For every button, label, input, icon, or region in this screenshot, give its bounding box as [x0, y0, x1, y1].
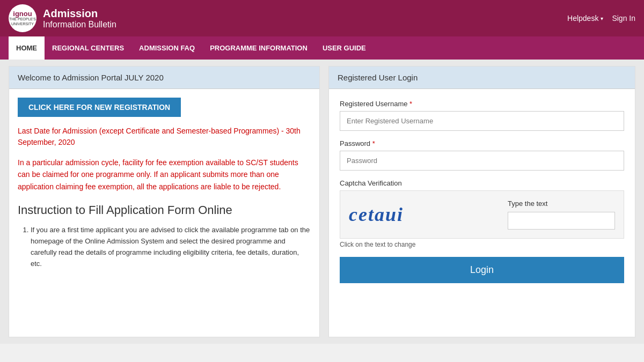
- logo-text: ignou: [9, 10, 36, 17]
- page-header: ignou THE PEOPLE'S UNIVERSITY Admission …: [0, 0, 644, 36]
- captcha-type-label: Type the text: [508, 200, 547, 208]
- header-left: ignou THE PEOPLE'S UNIVERSITY Admission …: [9, 4, 116, 32]
- nav-item-home[interactable]: HOME: [9, 36, 45, 60]
- fee-exemption-text: In a particular admission cycle, facilit…: [18, 157, 311, 193]
- password-group: Password *: [340, 139, 624, 171]
- password-input[interactable]: [340, 151, 624, 171]
- new-registration-button[interactable]: CLICK HERE FOR NEW REGISTRATION: [18, 98, 181, 117]
- username-label: Registered Username *: [340, 100, 624, 108]
- captcha-hint: Click on the text to change: [340, 241, 624, 248]
- header-title: Admission Information Bulletin: [43, 7, 116, 29]
- login-button[interactable]: Login: [340, 257, 624, 283]
- instruction-heading: Instruction to Fill Application Form Onl…: [18, 203, 311, 217]
- logo-subtext2: UNIVERSITY: [9, 22, 36, 26]
- helpdesk-button[interactable]: Helpdesk: [567, 14, 603, 23]
- captcha-label: Captcha Verification: [340, 179, 624, 187]
- captcha-input[interactable]: [508, 212, 615, 230]
- instruction-item-1: If you are a first time applicant you ar…: [31, 225, 311, 269]
- bulletin-subtitle: Information Bulletin: [43, 20, 116, 29]
- nav-item-faq[interactable]: ADMISSION FAQ: [131, 36, 202, 60]
- last-date-text: Last Date for Admission (except Certific…: [18, 125, 311, 148]
- nav-item-regional[interactable]: REGIONAL CENTERS: [45, 36, 131, 60]
- right-panel-header: Registered User Login: [329, 67, 635, 89]
- nav-item-programme[interactable]: PROGRAMME INFORMATION: [202, 36, 315, 60]
- admission-title: Admission: [43, 7, 116, 20]
- captcha-right: Type the text: [508, 200, 615, 230]
- logo: ignou THE PEOPLE'S UNIVERSITY: [9, 4, 36, 32]
- captcha-image-text[interactable]: cetaui: [349, 203, 404, 226]
- left-panel-header: Welcome to Admission Portal JULY 2020: [9, 67, 319, 89]
- navbar: HOME REGIONAL CENTERS ADMISSION FAQ PROG…: [0, 36, 644, 60]
- instruction-list: If you are a first time applicant you ar…: [18, 225, 311, 269]
- signin-link[interactable]: Sign In: [612, 14, 635, 23]
- right-panel: Registered User Login Registered Usernam…: [328, 66, 635, 337]
- username-group: Registered Username *: [340, 100, 624, 131]
- left-panel-body: CLICK HERE FOR NEW REGISTRATION Last Dat…: [9, 89, 319, 282]
- username-required: *: [409, 100, 412, 108]
- username-input[interactable]: [340, 111, 624, 131]
- main-content: Welcome to Admission Portal JULY 2020 CL…: [0, 60, 644, 344]
- right-panel-body: Registered Username * Password * Captcha…: [329, 89, 635, 294]
- nav-item-userguide[interactable]: USER GUIDE: [315, 36, 374, 60]
- password-required: *: [372, 139, 375, 147]
- nav-left: HOME REGIONAL CENTERS ADMISSION FAQ PROG…: [9, 36, 374, 60]
- password-label: Password *: [340, 139, 624, 147]
- captcha-box[interactable]: cetaui Type the text: [340, 190, 624, 239]
- captcha-group: Captcha Verification cetaui Type the tex…: [340, 179, 624, 248]
- left-panel: Welcome to Admission Portal JULY 2020 CL…: [9, 66, 320, 337]
- logo-subtext1: THE PEOPLE'S: [9, 17, 36, 21]
- header-right: Helpdesk Sign In: [567, 14, 635, 23]
